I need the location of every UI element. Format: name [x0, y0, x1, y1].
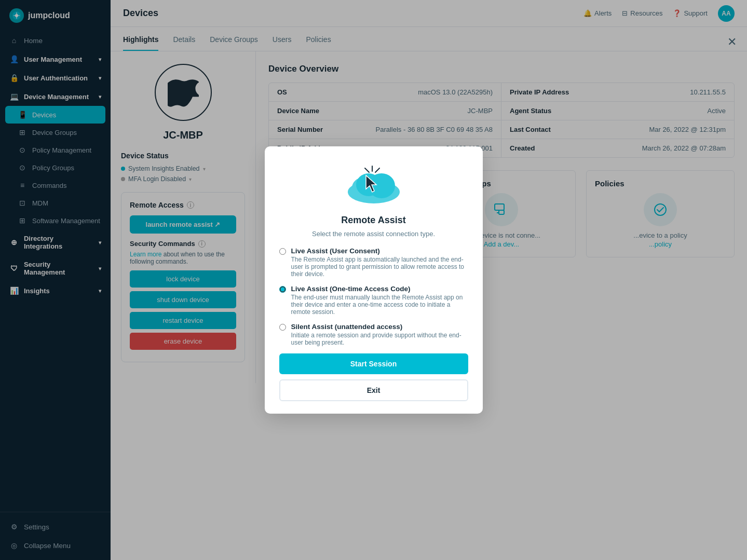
option-silent-assist: Silent Assist (unattended access) Initia… [279, 323, 468, 346]
svg-line-9 [365, 168, 369, 172]
exit-button[interactable]: Exit [279, 379, 468, 401]
start-session-label: Start Session [350, 360, 397, 368]
svg-line-11 [375, 168, 379, 172]
option-live-assist-user-consent: Live Assist (User Consent) The Remote As… [279, 247, 468, 278]
option2-label: Live Assist (One-time Access Code) [291, 285, 468, 293]
option2-desc: The end-user must manually launch the Re… [291, 294, 468, 316]
remote-assist-modal: Remote Assist Select the remote assist c… [265, 146, 483, 414]
option3-label-wrap: Silent Assist (unattended access) Initia… [291, 323, 468, 346]
option1-radio[interactable] [279, 248, 286, 255]
option1-label: Live Assist (User Consent) [291, 247, 468, 255]
option3-radio[interactable] [279, 324, 286, 331]
modal-icon-wrap [279, 161, 468, 208]
exit-label: Exit [367, 386, 381, 394]
option3-desc: Initiate a remote session and provide su… [291, 332, 468, 346]
start-session-button[interactable]: Start Session [279, 353, 468, 374]
option-live-assist-one-time: Live Assist (One-time Access Code) The e… [279, 285, 468, 316]
remote-assist-cloud-icon [340, 161, 408, 208]
option2-label-wrap: Live Assist (One-time Access Code) The e… [291, 285, 468, 316]
option1-label-wrap: Live Assist (User Consent) The Remote As… [291, 247, 468, 278]
option1-desc: The Remote Assist app is automatically l… [291, 256, 468, 278]
remote-assist-modal-overlay[interactable]: Remote Assist Select the remote assist c… [0, 0, 747, 560]
modal-subtitle: Select the remote assist connection type… [279, 230, 468, 238]
modal-title: Remote Assist [279, 215, 468, 226]
option3-label: Silent Assist (unattended access) [291, 323, 468, 331]
option2-radio[interactable] [279, 286, 286, 293]
